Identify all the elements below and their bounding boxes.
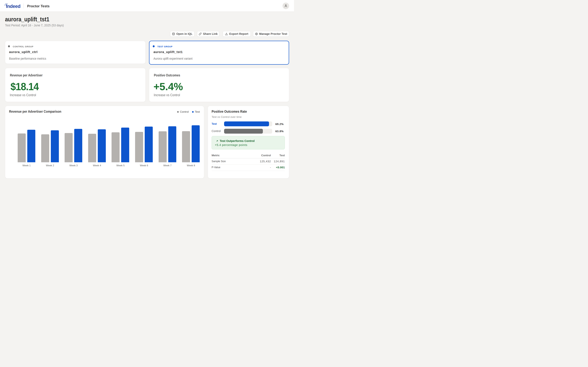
svg-text:ındeed: ındeed bbox=[6, 4, 20, 9]
